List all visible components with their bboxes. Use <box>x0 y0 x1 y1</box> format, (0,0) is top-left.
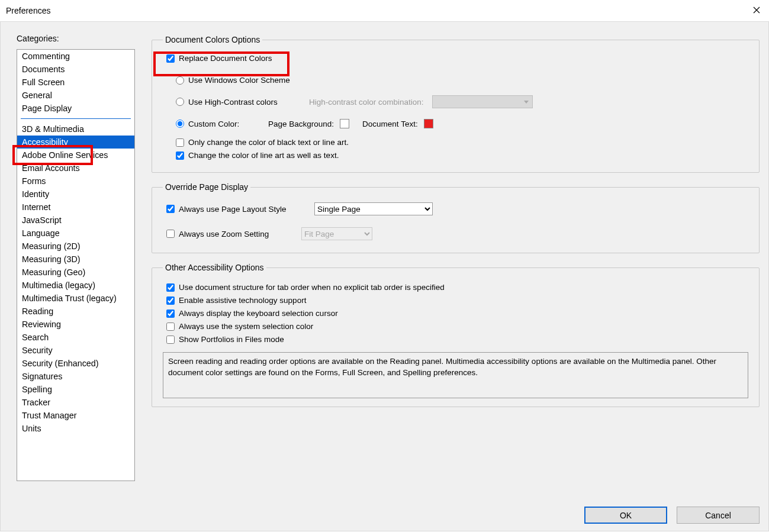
window-title: Preferences <box>6 6 50 15</box>
group-document-colors-legend: Document Colors Options <box>163 35 262 44</box>
replace-document-colors-checkbox[interactable]: Replace Document Colors <box>166 54 272 63</box>
custom-color-label: Custom Color: <box>188 120 239 128</box>
group-override-page-display: Override Page Display Always use Page La… <box>152 182 760 253</box>
always-zoom-checkbox[interactable]: Always use Zoom Setting <box>166 230 301 238</box>
tab-order-checkbox[interactable]: Use document structure for tab order whe… <box>166 283 445 292</box>
sidebar-item-measuring-geo-[interactable]: Measuring (Geo) <box>17 266 134 279</box>
tab-order-input[interactable] <box>166 283 175 292</box>
page-layout-select[interactable]: Single Page <box>314 202 433 215</box>
lineart-label: Change the color of line art as well as … <box>188 151 339 160</box>
use-high-contrast-label: Use High-Contrast colors <box>188 98 278 107</box>
sidebar-item-reviewing[interactable]: Reviewing <box>17 318 134 331</box>
lineart-checkbox[interactable]: Change the color of line art as well as … <box>176 151 339 160</box>
system-selection-color-checkbox[interactable]: Always use the system selection color <box>166 322 313 331</box>
sidebar-item-measuring-2d-[interactable]: Measuring (2D) <box>17 240 134 253</box>
replace-document-colors-label: Replace Document Colors <box>179 54 272 63</box>
categories-label: Categories: <box>17 34 135 43</box>
sidebar-item-trust-manager[interactable]: Trust Manager <box>17 409 134 422</box>
sidebar-item-full-screen[interactable]: Full Screen <box>17 76 134 89</box>
sidebar-item-multimedia-trust-legacy-[interactable]: Multimedia Trust (legacy) <box>17 292 134 305</box>
assistive-checkbox[interactable]: Enable assistive technology support <box>166 296 306 305</box>
sidebar-item-reading[interactable]: Reading <box>17 305 134 318</box>
categories-sidebar: Categories: CommentingDocumentsFull Scre… <box>17 34 135 481</box>
only-black-checkbox[interactable]: Only change the color of black text or l… <box>176 138 349 147</box>
sidebar-item-adobe-online-services[interactable]: Adobe Online Services <box>17 149 134 162</box>
sidebar-item-security-enhanced-[interactable]: Security (Enhanced) <box>17 357 134 370</box>
close-icon <box>753 7 760 14</box>
sidebar-item-tracker[interactable]: Tracker <box>17 396 134 409</box>
sidebar-item-measuring-3d-[interactable]: Measuring (3D) <box>17 253 134 266</box>
use-windows-color-input[interactable] <box>176 76 184 85</box>
portfolios-label: Show Portfolios in Files mode <box>179 335 284 344</box>
always-page-layout-checkbox[interactable]: Always use Page Layout Style <box>166 205 314 214</box>
sidebar-item-language[interactable]: Language <box>17 227 134 240</box>
sidebar-item-security[interactable]: Security <box>17 344 134 357</box>
accessibility-info-text: Screen reading and reading order options… <box>163 352 748 398</box>
titlebar: Preferences <box>0 0 769 21</box>
assistive-input[interactable] <box>166 296 175 305</box>
assistive-label: Enable assistive technology support <box>179 296 306 305</box>
keyboard-cursor-input[interactable] <box>166 309 175 318</box>
always-page-layout-input[interactable] <box>166 205 175 213</box>
sidebar-item-javascript[interactable]: JavaScript <box>17 214 134 227</box>
categories-listbox[interactable]: CommentingDocumentsFull ScreenGeneralPag… <box>17 49 135 481</box>
use-windows-color-radio[interactable]: Use Windows Color Scheme <box>176 76 290 85</box>
sidebar-item-commenting[interactable]: Commenting <box>17 50 134 63</box>
page-background-label: Page Background: <box>268 120 334 128</box>
sidebar-item-search[interactable]: Search <box>17 331 134 344</box>
sidebar-item-forms[interactable]: Forms <box>17 175 134 188</box>
lineart-input[interactable] <box>176 151 184 160</box>
dialog-footer: OK Cancel <box>584 507 760 524</box>
cancel-button[interactable]: Cancel <box>677 507 760 524</box>
sidebar-item-multimedia-legacy-[interactable]: Multimedia (legacy) <box>17 279 134 292</box>
use-high-contrast-radio[interactable]: Use High-Contrast colors <box>176 98 309 107</box>
sidebar-item-identity[interactable]: Identity <box>17 188 134 201</box>
sidebar-item-spelling[interactable]: Spelling <box>17 383 134 396</box>
page-background-swatch[interactable] <box>340 119 349 128</box>
keyboard-cursor-checkbox[interactable]: Always display the keyboard selection cu… <box>166 309 338 318</box>
sidebar-item-email-accounts[interactable]: Email Accounts <box>17 162 134 175</box>
keyboard-cursor-label: Always display the keyboard selection cu… <box>179 309 338 318</box>
sidebar-item-general[interactable]: General <box>17 89 134 102</box>
high-contrast-combo <box>432 95 533 108</box>
group-override-legend: Override Page Display <box>163 182 250 192</box>
system-selection-color-input[interactable] <box>166 323 175 331</box>
group-other-legend: Other Accessibility Options <box>163 263 266 272</box>
use-high-contrast-input[interactable] <box>176 98 184 106</box>
system-selection-color-label: Always use the system selection color <box>179 322 313 331</box>
categories-separator <box>21 118 131 119</box>
group-document-colors: Document Colors Options Replace Document… <box>152 35 760 173</box>
custom-color-input[interactable] <box>176 120 184 128</box>
dialog-body: Categories: CommentingDocumentsFull Scre… <box>0 21 769 531</box>
only-black-input[interactable] <box>176 138 184 147</box>
sidebar-item-accessibility[interactable]: Accessibility <box>17 136 134 149</box>
tab-order-label: Use document structure for tab order whe… <box>179 283 445 292</box>
sidebar-item-signatures[interactable]: Signatures <box>17 370 134 383</box>
document-text-label: Document Text: <box>362 120 418 128</box>
document-text-swatch[interactable] <box>424 119 433 128</box>
close-button[interactable] <box>750 4 763 17</box>
sidebar-item-3d-multimedia[interactable]: 3D & Multimedia <box>17 122 134 136</box>
use-windows-color-label: Use Windows Color Scheme <box>188 76 290 85</box>
portfolios-input[interactable] <box>166 336 175 344</box>
only-black-label: Only change the color of black text or l… <box>188 138 349 147</box>
sidebar-item-units[interactable]: Units <box>17 422 134 435</box>
replace-document-colors-input[interactable] <box>166 54 175 63</box>
high-contrast-combo-label: High-contrast color combination: <box>309 98 424 107</box>
sidebar-item-page-display[interactable]: Page Display <box>17 102 134 115</box>
always-zoom-label: Always use Zoom Setting <box>179 230 269 238</box>
zoom-select: Fit Page <box>301 227 372 240</box>
sidebar-item-internet[interactable]: Internet <box>17 201 134 214</box>
custom-color-radio[interactable]: Custom Color: <box>176 120 268 128</box>
always-page-layout-label: Always use Page Layout Style <box>179 205 287 214</box>
portfolios-checkbox[interactable]: Show Portfolios in Files mode <box>166 335 284 344</box>
ok-button[interactable]: OK <box>584 507 667 524</box>
preferences-content: Document Colors Options Replace Document… <box>152 35 760 417</box>
group-other-accessibility: Other Accessibility Options Use document… <box>152 263 760 407</box>
always-zoom-input[interactable] <box>166 230 175 238</box>
sidebar-item-documents[interactable]: Documents <box>17 63 134 76</box>
